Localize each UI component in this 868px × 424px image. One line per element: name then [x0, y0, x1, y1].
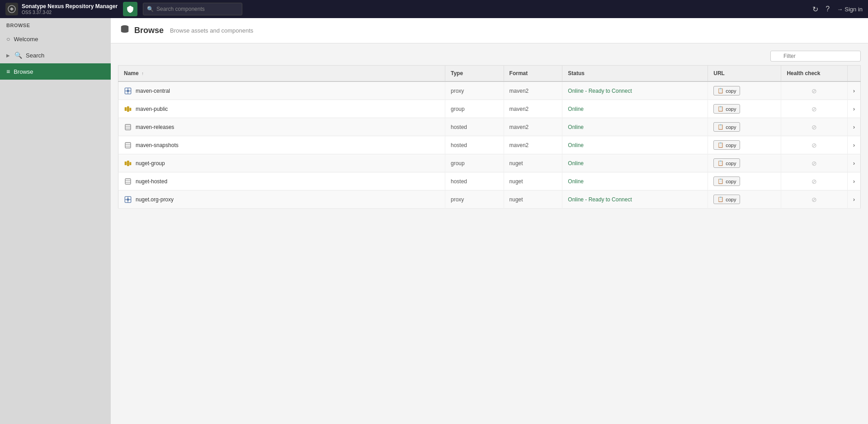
- copy-label: copy: [726, 143, 736, 148]
- sidebar-item-welcome-label: Welcome: [14, 36, 38, 43]
- copy-url-button[interactable]: 📋 copy: [713, 158, 740, 168]
- col-header-format[interactable]: Format: [504, 66, 562, 82]
- cell-name: nuget.org-proxy: [118, 191, 445, 209]
- health-check-icon: ⊘: [811, 124, 817, 131]
- cell-status: Online: [562, 154, 708, 172]
- cell-type: group: [445, 100, 504, 118]
- repo-name-text: nuget-hosted: [136, 178, 167, 185]
- hosted-icon: [124, 141, 132, 149]
- health-check-icon: ⊘: [811, 142, 817, 149]
- cell-type: group: [445, 154, 504, 172]
- table-header: Name ↑ Type Format Status: [118, 66, 861, 82]
- copy-url-button[interactable]: 📋 copy: [713, 104, 740, 114]
- page-title: Browse: [134, 26, 164, 35]
- proxy-icon: [124, 195, 132, 204]
- cell-type: hosted: [445, 136, 504, 154]
- sidebar-item-search[interactable]: ▶ 🔍 Search: [0, 47, 111, 63]
- copy-label: copy: [726, 161, 736, 166]
- cell-arrow[interactable]: ›: [848, 118, 861, 136]
- table-row[interactable]: maven-public group maven2 Online 📋 copy …: [118, 100, 861, 118]
- col-header-status[interactable]: Status: [562, 66, 708, 82]
- cell-arrow[interactable]: ›: [848, 100, 861, 118]
- cell-arrow[interactable]: ›: [848, 191, 861, 209]
- cell-arrow[interactable]: ›: [848, 172, 861, 191]
- cell-name: maven-snapshots: [118, 136, 445, 154]
- table-row[interactable]: nuget-group group nuget Online 📋 copy ⊘ …: [118, 154, 861, 172]
- repo-name-text: maven-releases: [136, 124, 174, 130]
- cell-name: maven-releases: [118, 118, 445, 136]
- app-logo-icon: [5, 3, 18, 15]
- sidebar: Browse ○ Welcome ▶ 🔍 Search ≡ Browse: [0, 18, 111, 424]
- svg-rect-9: [127, 106, 129, 112]
- cell-name: maven-central: [118, 81, 445, 100]
- cell-url: 📋 copy: [708, 154, 781, 172]
- cell-url: 📋 copy: [708, 100, 781, 118]
- cell-format: nuget: [504, 154, 562, 172]
- cell-format: maven2: [504, 118, 562, 136]
- table-row[interactable]: nuget.org-proxy proxy nuget Online - Rea…: [118, 191, 861, 209]
- copy-icon: 📋: [717, 160, 724, 166]
- help-icon[interactable]: ?: [826, 5, 830, 13]
- status-badge: Online: [568, 106, 584, 112]
- table-row[interactable]: maven-central proxy maven2 Online - Read…: [118, 81, 861, 100]
- table-row[interactable]: nuget-hosted hosted nuget Online 📋 copy …: [118, 172, 861, 191]
- cell-health: ⊘: [781, 136, 848, 154]
- cell-type: proxy: [445, 191, 504, 209]
- cell-name: nuget-hosted: [118, 172, 445, 191]
- copy-url-button[interactable]: 📋 copy: [713, 195, 740, 204]
- cell-health: ⊘: [781, 172, 848, 191]
- copy-url-button[interactable]: 📋 copy: [713, 86, 740, 95]
- cell-name: maven-public: [118, 100, 445, 118]
- col-header-actions: [848, 66, 861, 82]
- copy-icon: 📋: [717, 106, 724, 112]
- cell-url: 📋 copy: [708, 191, 781, 209]
- cell-arrow[interactable]: ›: [848, 81, 861, 100]
- search-box[interactable]: 🔍: [143, 3, 242, 15]
- cell-type: hosted: [445, 118, 504, 136]
- sidebar-item-welcome[interactable]: ○ Welcome: [0, 31, 111, 47]
- svg-rect-8: [125, 107, 127, 111]
- copy-url-button[interactable]: 📋 copy: [713, 176, 740, 186]
- cell-status: Online - Ready to Connect: [562, 81, 708, 100]
- col-header-name[interactable]: Name ↑: [118, 66, 445, 82]
- svg-point-3: [127, 90, 129, 92]
- table-row[interactable]: maven-snapshots hosted maven2 Online 📋 c…: [118, 136, 861, 154]
- search-input[interactable]: [156, 6, 238, 12]
- repo-name-text: maven-public: [136, 106, 168, 112]
- browse-nav-icon[interactable]: [123, 2, 137, 16]
- svg-rect-18: [127, 161, 129, 166]
- sign-in-button[interactable]: → Sign in: [837, 6, 863, 13]
- cell-arrow[interactable]: ›: [848, 136, 861, 154]
- svg-rect-10: [129, 108, 131, 111]
- copy-label: copy: [726, 106, 736, 112]
- status-badge: Online - Ready to Connect: [568, 196, 632, 203]
- table-row[interactable]: maven-releases hosted maven2 Online 📋 co…: [118, 118, 861, 136]
- cell-url: 📋 copy: [708, 172, 781, 191]
- copy-icon: 📋: [717, 142, 724, 148]
- sidebar-item-browse[interactable]: ≡ Browse: [0, 63, 111, 80]
- sidebar-item-search-label: Search: [26, 52, 44, 59]
- signin-label: Sign in: [844, 6, 863, 13]
- col-header-url[interactable]: URL: [708, 66, 781, 82]
- cell-format: maven2: [504, 136, 562, 154]
- refresh-icon[interactable]: ↻: [812, 5, 818, 14]
- filter-input[interactable]: [770, 51, 861, 62]
- health-check-icon: ⊘: [811, 105, 817, 113]
- cell-status: Online: [562, 100, 708, 118]
- cell-health: ⊘: [781, 118, 848, 136]
- sidebar-item-browse-label: Browse: [14, 68, 33, 75]
- app-version: OSS 3.37.3-02: [22, 10, 118, 15]
- filter-wrapper: ▼: [770, 51, 861, 62]
- copy-icon: 📋: [717, 88, 724, 94]
- col-header-health[interactable]: Health check: [781, 66, 848, 82]
- col-header-type[interactable]: Type: [445, 66, 504, 82]
- health-check-icon: ⊘: [811, 160, 817, 167]
- cell-arrow[interactable]: ›: [848, 154, 861, 172]
- cell-health: ⊘: [781, 191, 848, 209]
- hosted-icon: [124, 123, 132, 131]
- status-badge: Online: [568, 124, 584, 130]
- cell-format: nuget: [504, 172, 562, 191]
- copy-url-button[interactable]: 📋 copy: [713, 140, 740, 150]
- copy-url-button[interactable]: 📋 copy: [713, 122, 740, 132]
- hosted-icon: [124, 177, 132, 186]
